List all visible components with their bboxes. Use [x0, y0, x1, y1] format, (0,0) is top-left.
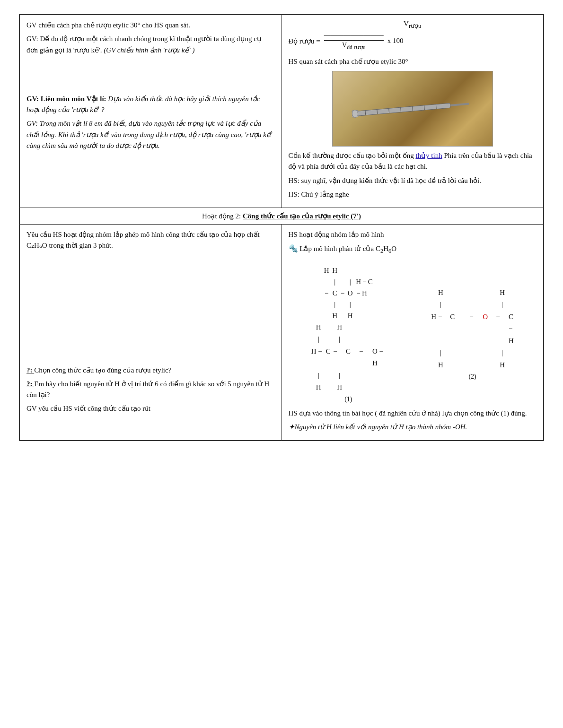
s1-bond23: − [359, 347, 363, 355]
s1-h-top2: H [332, 265, 337, 276]
s1-bond1: − [362, 276, 366, 287]
s1-h-top1: H [324, 265, 329, 276]
mol-icon: 🔩 [289, 244, 298, 252]
formula-block: Vrượu Độ rượu = ————————— Vdd rượu x 100 [289, 20, 537, 52]
left-col-section2: Yêu cầu HS hoạt động nhóm lắp ghép mô hì… [20, 225, 282, 441]
formula-multiplier: x 100 [387, 37, 404, 45]
s1-c2: C [333, 287, 337, 299]
s1-h-left: H [356, 276, 361, 287]
s2-hbot1: H [438, 361, 443, 369]
hs-info: HS dựa vào thông tin bài học ( đã nghiên… [289, 408, 537, 419]
hs-note: ✦Nguyên tử H liên kết với nguyên tử H tạ… [289, 422, 537, 433]
s2-vb4: | [501, 349, 503, 356]
formula-numerator-label: Vrượu [404, 20, 421, 27]
formula-inline: Độ rượu = ————————— Vdd rượu x 100 [289, 32, 404, 51]
s1-c2a: C [346, 347, 351, 355]
s1-htop1: H [316, 323, 321, 331]
gv-p2-italic: (GV chiếu hình ảnh 'rượu kế' ) [104, 46, 194, 54]
s1-vbond-top2: | [350, 276, 351, 287]
s2-htop2: H [500, 289, 505, 296]
s1-vbond-top1: | [334, 276, 335, 287]
s1-hbot1: H [316, 383, 321, 391]
s1-bond4: − [356, 287, 360, 299]
s2-o: O [483, 313, 488, 321]
section2-header-row: Hoạt động 2: Công thức cấu tạo của rượu … [20, 208, 544, 225]
q2-mark: ?: [26, 380, 34, 388]
struct1: H H | | H − C − C − O [311, 265, 386, 403]
s1-bond3: − [341, 287, 344, 299]
s1-vbond-bot2: | [350, 299, 351, 310]
s1-vb3: | [318, 372, 319, 379]
struct1-label: (1) [344, 396, 352, 403]
structures-row: H H | | H − C − C − O [289, 265, 537, 403]
struct1-table: H H | | [311, 321, 386, 394]
s1-o: O [348, 287, 353, 299]
mol-label-text: Lắp mô hình phân tử của C2H6O [299, 245, 396, 252]
q1-mark: ?: [26, 366, 34, 374]
section2-header-text: Hoạt động 2: [202, 212, 243, 220]
s1-oa: O − H [372, 347, 383, 367]
syringe-svg [351, 96, 475, 121]
s1-h-bot1: H [332, 310, 337, 321]
gv-p1: GV chiếu cách pha chế rượu etylic 30° ch… [26, 20, 275, 31]
s1-vbond-bot1: | [334, 299, 335, 310]
s1-c1: C [368, 276, 373, 287]
s2-c1: C [450, 313, 455, 321]
struct2-diagram: H H | [431, 287, 513, 372]
gv-p3-bold: GV: Liên môn môn Vật lí: [26, 95, 106, 103]
s2-vb2: | [501, 301, 503, 308]
right-col-section2: HS hoạt động nhóm lắp mô hình 🔩 Lắp mô h… [282, 225, 544, 441]
formula-prefix: Độ rượu = [289, 37, 320, 45]
s1-vb4: | [339, 372, 340, 379]
svg-rect-8 [450, 103, 469, 106]
hs-reply2: HS: Chú ý lắng nghe [289, 189, 537, 200]
struct2-table: H H | [431, 287, 513, 372]
q1-label: Chọn công thức cấu tạo đúng của rượu ety… [34, 366, 171, 374]
hs-group: HS hoạt động nhóm lắp mô hình [289, 229, 537, 240]
s2-hbot2: H [500, 361, 505, 369]
s1-c1a: C [326, 347, 331, 355]
syringe-image [332, 71, 493, 147]
struct2-label: (2) [468, 373, 476, 381]
hs-reply1: HS: suy nghĩ, vận dụng kiến thức vật lí … [289, 175, 537, 186]
s2-vb3: | [440, 349, 441, 356]
hs-obs: HS quan sát cách pha chế rượu etylic 30° [289, 56, 537, 67]
s2-vb1: | [440, 301, 441, 308]
s2-bond23: − [496, 313, 500, 321]
struct1-diagram: H H | | [311, 321, 386, 394]
gv-p2: GV: Để đo độ rượu một cách nhanh chóng t… [26, 34, 275, 56]
s1-hleft: H − [311, 347, 322, 355]
section2-header-bold: Công thức cấu tạo của rượu etylic (7') [243, 212, 361, 220]
page-container: GV chiếu cách pha chế rượu etylic 30° ch… [19, 14, 544, 441]
row-section2: Yêu cầu HS hoạt động nhóm lắp ghép mô hì… [20, 225, 544, 441]
row-section1: GV chiếu cách pha chế rượu etylic 30° ch… [20, 15, 544, 208]
gv-p4: GV: Trong môn vật lí 8 em đã biết, dựa v… [26, 118, 275, 151]
section2-header-cell: Hoạt động 2: Công thức cấu tạo của rượu … [20, 208, 544, 225]
s2-left-p2: GV yêu cầu HS viết công thức cấu tạo rút [26, 403, 275, 414]
s2-hleft: H − [431, 313, 442, 321]
s1-vb2: | [339, 335, 340, 343]
main-table: GV chiếu cách pha chế rượu etylic 30° ch… [19, 15, 544, 441]
s2-left-q1: ?: Chọn công thức cấu tạo đúng của rượu … [26, 365, 275, 376]
glass-desc: Cồn kế thường được cấu tạo bởi một ống t… [289, 150, 537, 173]
fraction-numerator: ————————— [324, 32, 384, 41]
s2-htop1: H [438, 289, 443, 296]
mol-label: 🔩 Lắp mô hình phân tử của C2H6O [289, 243, 537, 256]
glass-desc1: Cồn kế thường được cấu tạo bởi một ống [289, 152, 416, 159]
s1-h-right: H [362, 287, 367, 299]
left-col-section1: GV chiếu cách pha chế rượu etylic 30° ch… [20, 15, 282, 208]
gv-p3: GV: Liên môn môn Vật lí: Dựa vào kiến th… [26, 94, 275, 116]
right-col-section1: Vrượu Độ rượu = ————————— Vdd rượu x 100… [282, 15, 544, 208]
struct1-grid: H H | | H − C − C − O [324, 265, 373, 321]
s1-bond12: − [333, 347, 337, 355]
s1-h-bot2: H [348, 310, 353, 321]
fraction: ————————— Vdd rượu [324, 32, 384, 51]
s2-c2: C − H [509, 313, 514, 345]
s1-hbot2: H [337, 383, 342, 391]
s2-left-q2: ?: Em hãy cho biết nguyên tử H ở vị trí … [26, 379, 275, 401]
s1-htop2: H [337, 323, 342, 331]
q2-label: Em hãy cho biết nguyên tử H ở vị trí thứ… [26, 380, 269, 399]
s2-left-p1: Yêu cầu HS hoạt động nhóm lắp ghép mô hì… [26, 229, 275, 251]
fraction-denominator: Vdd rượu [324, 42, 384, 51]
s2-bond12: − [469, 313, 473, 321]
